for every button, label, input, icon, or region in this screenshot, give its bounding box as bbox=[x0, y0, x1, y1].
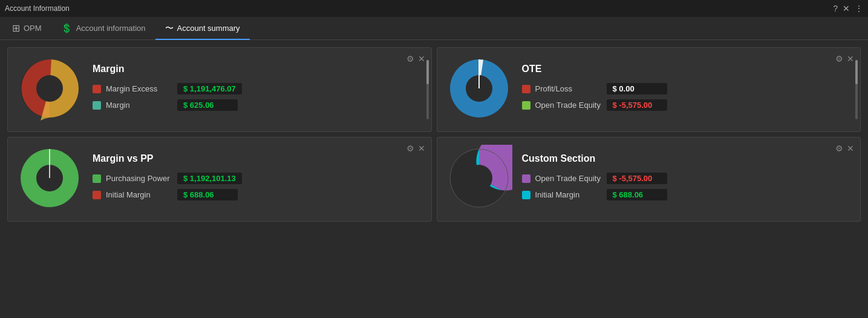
margin-vs-pp-panel-controls: ⚙ ✕ bbox=[406, 144, 425, 153]
svg-point-1 bbox=[36, 75, 63, 102]
margin-vs-pp-settings-icon[interactable]: ⚙ bbox=[406, 144, 414, 153]
custom-ote-value: $ -5,575.00 bbox=[607, 173, 667, 184]
margin-vs-pp-data: Margin vs PP Purchasing Power $ 1,192,10… bbox=[93, 153, 423, 205]
margin-excess-label: Margin Excess bbox=[106, 84, 172, 93]
margin-vs-pp-panel: Margin vs PP Purchasing Power $ 1,192,10… bbox=[7, 137, 432, 222]
ote-title: OTE bbox=[522, 64, 852, 75]
initial-margin-value: $ 688.06 bbox=[177, 189, 238, 200]
custom-section-controls: ⚙ ✕ bbox=[835, 144, 854, 153]
purchasing-power-label: Purchasing Power bbox=[106, 174, 172, 183]
custom-initial-margin-value: $ 688.06 bbox=[607, 189, 667, 200]
open-trade-equity-row: Open Trade Equity $ -5,575.00 bbox=[522, 99, 852, 111]
svg-point-9 bbox=[466, 165, 492, 191]
initial-margin-row: Initial Margin $ 688.06 bbox=[93, 189, 423, 200]
margin-panel-controls: ⚙ ✕ bbox=[406, 54, 425, 64]
menu-icon[interactable]: ⋮ bbox=[855, 4, 863, 13]
ote-panel-controls: ⚙ ✕ bbox=[835, 54, 854, 64]
custom-section-chart bbox=[446, 145, 512, 214]
margin-close-icon[interactable]: ✕ bbox=[418, 54, 425, 64]
custom-ote-swatch bbox=[522, 174, 530, 183]
opm-table-icon: ⊞ bbox=[12, 22, 20, 34]
purchasing-power-value: $ 1,192,101.13 bbox=[177, 173, 242, 184]
title-bar: Account Information ? ✕ ⋮ bbox=[0, 0, 868, 17]
ote-panel: OTE Profit/Loss $ 0.00 Open Trade Equity… bbox=[437, 47, 861, 132]
margin-vs-pp-chart bbox=[16, 145, 83, 214]
tab-account-information[interactable]: 💲 Account information bbox=[51, 18, 155, 40]
title-bar-title: Account Information bbox=[5, 4, 70, 13]
margin-title: Margin bbox=[93, 64, 423, 75]
profit-loss-swatch bbox=[522, 85, 530, 93]
margin-excess-row: Margin Excess $ 1,191,476.07 bbox=[93, 83, 423, 94]
open-trade-equity-value: $ -5,575.00 bbox=[607, 99, 667, 111]
custom-section-data: Custom Section Open Trade Equity $ -5,57… bbox=[522, 153, 852, 205]
profit-loss-row: Profit/Loss $ 0.00 bbox=[522, 83, 852, 94]
close-icon[interactable]: ✕ bbox=[843, 4, 850, 13]
initial-margin-label: Initial Margin bbox=[106, 190, 172, 199]
tab-opm-label: OPM bbox=[24, 24, 42, 33]
account-info-icon: 💲 bbox=[61, 23, 73, 34]
custom-initial-margin-row: Initial Margin $ 688.06 bbox=[522, 189, 852, 200]
profit-loss-value: $ 0.00 bbox=[607, 83, 667, 94]
custom-initial-margin-label: Initial Margin bbox=[535, 190, 602, 199]
tab-opm[interactable]: ⊞ OPM bbox=[2, 18, 51, 40]
profit-loss-label: Profit/Loss bbox=[535, 84, 602, 93]
margin-label: Margin bbox=[106, 101, 172, 110]
open-trade-equity-swatch bbox=[522, 101, 530, 110]
margin-panel: Margin Margin Excess $ 1,191,476.07 Marg… bbox=[7, 47, 432, 132]
margin-vs-pp-title: Margin vs PP bbox=[93, 153, 423, 164]
margin-chart bbox=[16, 55, 83, 124]
margin-vs-pp-close-icon[interactable]: ✕ bbox=[418, 144, 425, 153]
tab-account-summary[interactable]: 〜 Account summary bbox=[155, 18, 250, 40]
custom-ote-row: Open Trade Equity $ -5,575.00 bbox=[522, 173, 852, 184]
initial-margin-swatch bbox=[93, 191, 101, 199]
ote-data: OTE Profit/Loss $ 0.00 Open Trade Equity… bbox=[522, 64, 852, 116]
margin-row: Margin $ 625.06 bbox=[93, 99, 423, 111]
custom-section-panel: Custom Section Open Trade Equity $ -5,57… bbox=[437, 137, 861, 222]
margin-data: Margin Margin Excess $ 1,191,476.07 Marg… bbox=[93, 64, 423, 116]
margin-excess-swatch bbox=[93, 85, 101, 93]
ote-settings-icon[interactable]: ⚙ bbox=[835, 54, 843, 64]
custom-section-title: Custom Section bbox=[522, 153, 852, 164]
margin-swatch bbox=[93, 101, 101, 110]
purchasing-power-row: Purchasing Power $ 1,192,101.13 bbox=[93, 173, 423, 184]
tab-account-info-label: Account information bbox=[76, 24, 146, 33]
purchasing-power-swatch bbox=[93, 174, 101, 183]
margin-value: $ 625.06 bbox=[177, 99, 238, 111]
help-icon[interactable]: ? bbox=[833, 4, 838, 13]
custom-section-settings-icon[interactable]: ⚙ bbox=[835, 144, 843, 153]
ote-close-icon[interactable]: ✕ bbox=[847, 54, 854, 64]
margin-settings-icon[interactable]: ⚙ bbox=[406, 54, 414, 64]
open-trade-equity-label: Open Trade Equity bbox=[535, 101, 602, 110]
account-summary-icon: 〜 bbox=[165, 23, 174, 34]
margin-scrollbar[interactable] bbox=[426, 60, 429, 119]
ote-chart bbox=[446, 55, 512, 124]
tab-bar: ⊞ OPM 💲 Account information 〜 Account su… bbox=[0, 17, 868, 40]
ote-scrollbar[interactable] bbox=[855, 60, 858, 119]
custom-initial-margin-swatch bbox=[522, 191, 530, 199]
custom-ote-label: Open Trade Equity bbox=[535, 174, 602, 183]
custom-section-close-icon[interactable]: ✕ bbox=[847, 144, 854, 153]
tab-account-summary-label: Account summary bbox=[177, 24, 240, 33]
margin-excess-value: $ 1,191,476.07 bbox=[177, 83, 242, 94]
content-area: Margin Margin Excess $ 1,191,476.07 Marg… bbox=[0, 40, 868, 229]
